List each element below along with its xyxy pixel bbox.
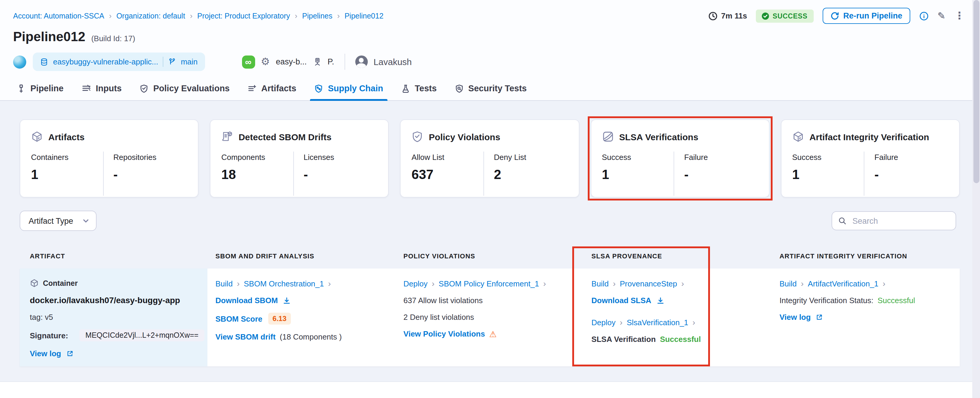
shield-check-icon [412,131,423,142]
search-box [832,211,956,230]
flask-icon [401,84,410,93]
external-link-icon [66,350,74,357]
stat-allow-list: Allow List 637 [412,153,485,182]
meta-divider [344,54,345,70]
tab-policy-evaluations[interactable]: Policy Evaluations [131,78,238,100]
tab-supply-chain[interactable]: Supply Chain [306,78,391,100]
chevron-right-icon: › [328,279,331,288]
download-sbom-link[interactable]: Download SBOM [215,296,386,305]
breadcrumb-pipelines[interactable]: Pipelines [302,12,332,20]
card-slsa-verifications: SLSA Verifications Success 1 Failure - [590,119,769,198]
slsa-verification-step-link[interactable]: SlsaVerification_1 [627,318,689,327]
col-artifact: ARTIFACT [20,253,208,260]
cell-integrity: Build › ArtifactVerification_1 › Integri… [772,269,960,366]
sbom-stage-link[interactable]: Build [215,279,233,288]
duration: 7m 11s [708,11,747,21]
signature-label: Signature: [30,331,68,340]
stat-slsa-success: Success 1 [602,153,676,182]
tab-label: Supply Chain [328,83,383,93]
filter-row: Artifact Type [20,211,956,231]
artifact-type-dropdown[interactable]: Artifact Type [20,211,97,231]
breadcrumb-project[interactable]: Project: Product Exploratory [197,12,290,20]
scrollbar-thumb[interactable] [973,0,979,183]
tab-inputs[interactable]: Inputs [73,78,130,100]
shield-search-icon [455,84,463,93]
top-actions: 7m 11s SUCCESS Re-run Pipeline [708,8,964,24]
slsa-status-value: Successful [660,335,701,344]
breadcrumb-organization[interactable]: Organization: default [116,12,185,20]
stat-components: Components 18 [221,153,295,182]
stat-slsa-failure: Failure - [676,153,758,182]
build-id: (Build Id: 17) [91,34,135,43]
view-sbom-drift-link[interactable]: View SBOM drift [215,332,276,341]
integrity-stage-link[interactable]: Build [780,279,797,288]
col-policy: POLICY VIOLATIONS [396,253,584,260]
sbom-score-link[interactable]: SBOM Score [215,314,262,323]
card-title: Artifacts [48,131,85,142]
slsa-build-stage-link[interactable]: Build [591,279,609,288]
card-policy-violations: Policy Violations Allow List 637 Deny Li… [400,119,579,198]
sbom-step-link[interactable]: SBOM Orchestration_1 [244,279,324,288]
card-title: Policy Violations [429,131,500,142]
tab-artifacts[interactable]: Artifacts [239,78,305,100]
refresh-icon [830,11,839,20]
policy-stage-link[interactable]: Deploy [404,279,428,288]
download-slsa-link[interactable]: Download SLSA [591,296,762,305]
slsa-status-label: SLSA Verification [591,335,656,344]
breadcrumb-account[interactable]: Account: Automation-SSCA [13,12,104,20]
download-icon [283,296,291,305]
rerun-pipeline-button[interactable]: Re-run Pipeline [822,8,910,24]
card-artifacts: Artifacts Containers 1 Repositories - [20,119,199,198]
view-log-link[interactable]: View log [780,313,950,321]
card-title: Detected SBOM Drifts [239,131,331,142]
view-policy-violations-link[interactable]: View Policy Violations [404,329,485,338]
tab-pipeline[interactable]: Pipeline [8,78,72,100]
stat-licenses: Licenses - [295,153,378,182]
repo-name: easybuggy-vulnerable-applic... [53,57,158,66]
pill-divider [163,57,164,67]
inputs-icon [81,83,91,93]
slsa-provenance-step-link[interactable]: ProvenanceStep [620,279,677,288]
card-title: SLSA Verifications [619,131,698,142]
sbom-score-badge: 6.13 [268,313,291,324]
repository-icon [40,58,48,66]
branch-name: main [181,57,197,66]
artifact-tag: tag: v5 [30,313,198,321]
check-circle-icon [762,12,769,19]
stat-integrity-failure: Failure - [866,153,948,182]
chevron-right-icon: › [432,279,434,288]
table-header: ARTIFACT SBOM AND DRIFT ANALYSIS POLICY … [20,253,960,260]
tab-label: Inputs [95,83,122,93]
more-options-icon[interactable]: ⋮ [955,11,964,21]
stat-repositories: Repositories - [105,153,187,182]
slsa-deploy-stage-link[interactable]: Deploy [591,318,616,327]
integrity-step-link[interactable]: ArtifactVerification_1 [808,279,878,288]
tab-label: Tests [415,83,437,93]
tab-tests[interactable]: Tests [393,78,445,100]
chevron-right-icon: › [613,279,616,288]
stat-containers: Containers 1 [31,153,105,182]
table-row: Container docker.io/lavakush07/easy-bugg… [20,269,960,366]
clock-icon [708,11,718,21]
view-log-link[interactable]: View log [30,349,198,358]
vertical-scrollbar[interactable] [972,0,980,398]
breadcrumb-pipeline012[interactable]: Pipeline012 [345,12,383,20]
title-row: Pipeline012 (Build Id: 17) [0,24,980,45]
tab-security-tests[interactable]: Security Tests [446,78,535,100]
harness-ci-icon: ∞ [242,55,255,68]
chevron-right-icon: › [337,12,340,20]
info-icon[interactable] [919,11,928,21]
policy-step-link[interactable]: SBOM Policy Enforcement_1 [439,279,539,288]
search-input[interactable] [851,216,950,226]
gear-icon[interactable]: ⚙ [261,57,270,67]
status-badge: SUCCESS [756,9,813,22]
bottom-bar [0,381,980,398]
chevron-right-icon: › [692,317,695,327]
repo-pill[interactable]: easybuggy-vulnerable-applic... main [33,53,205,71]
edit-pencil-icon[interactable]: ✎ [937,11,945,21]
connector-name: easy-b... [276,57,307,66]
cell-slsa: Build › ProvenanceStep › Download SLSA D… [584,269,772,366]
status-badge-label: SUCCESS [773,12,807,19]
user-name: Lavakush [374,57,412,67]
chevron-right-icon: › [109,12,112,20]
